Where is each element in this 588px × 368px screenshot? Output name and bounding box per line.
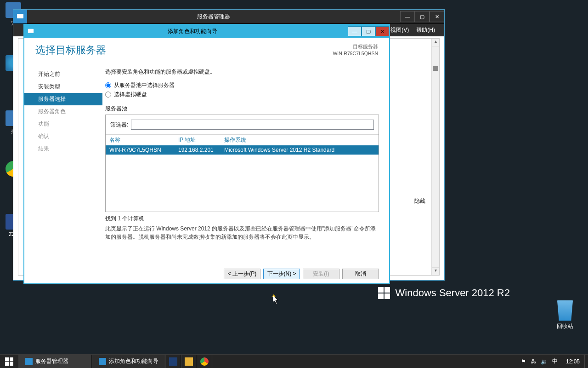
recycle-bin[interactable]: 回收站: [551, 300, 579, 330]
minimize-button[interactable]: —: [348, 26, 362, 36]
add-roles-wizard-window: 添加角色和功能向导 — ▢ ✕ 选择目标服务器 目标服务器 WIN-R79C7L…: [23, 24, 390, 284]
wizard-nav: 开始之前 安装类型 服务器选择 服务器角色 功能 确认 结果: [24, 68, 102, 266]
page-heading: 选择目标服务器: [35, 43, 106, 57]
chrome-icon: [200, 357, 209, 366]
nav-step-roles: 服务器角色: [24, 105, 102, 118]
taskbar-item-explorer[interactable]: [181, 355, 197, 368]
instruction-text: 选择要安装角色和功能的服务器或虚拟硬盘。: [105, 68, 379, 76]
wizard-footer: < 上一步(P) 下一步(N) > 安装(I) 取消: [24, 266, 389, 282]
table-header: 名称 IP 地址 操作系统: [106, 134, 379, 145]
server-pool-panel: 筛选器: 名称 IP 地址 操作系统 WIN-R79C7L5QHSN 192.1…: [105, 115, 379, 212]
nav-step-server-selection[interactable]: 服务器选择: [24, 93, 102, 105]
titlebar[interactable]: 添加角色和功能向导 — ▢ ✕: [24, 25, 389, 38]
menu-help[interactable]: 帮助(H): [416, 26, 435, 34]
taskbar: 服务器管理器 添加角色和功能向导 ⚑ 🖧 🔉 中 12:05: [0, 354, 588, 368]
system-tray[interactable]: ⚑ 🖧 🔉 中: [517, 355, 561, 368]
svg-rect-1: [28, 29, 34, 33]
install-button: 安装(I): [303, 269, 339, 279]
hide-link[interactable]: 隐藏: [414, 197, 425, 205]
powershell-icon: [169, 357, 177, 366]
titlebar[interactable]: 服务器管理器 — ▢ ✕: [13, 10, 444, 23]
col-ip[interactable]: IP 地址: [178, 136, 224, 144]
cancel-button[interactable]: 取消: [342, 269, 379, 279]
window-title: 添加角色和功能向导: [37, 28, 348, 35]
windows-logo-icon: [5, 357, 13, 366]
taskbar-clock[interactable]: 12:05: [561, 355, 584, 368]
window-title: 服务器管理器: [27, 13, 400, 21]
table-row[interactable]: WIN-R79C7L5QHSN 192.168.2.201 Microsoft …: [106, 145, 379, 155]
taskbar-item-wizard[interactable]: 添加角色和功能向导: [92, 355, 165, 368]
maximize-button[interactable]: ▢: [415, 11, 430, 22]
highlight-star-icon: ✦: [271, 293, 277, 300]
previous-button[interactable]: < 上一步(P): [224, 269, 260, 279]
folder-icon: [185, 357, 193, 366]
next-button[interactable]: 下一步(N) >: [263, 269, 300, 279]
taskbar-item-chrome[interactable]: [197, 355, 212, 368]
app-icon: [24, 25, 37, 38]
minimize-button[interactable]: —: [400, 11, 415, 22]
nav-step-before[interactable]: 开始之前: [24, 68, 102, 80]
maximize-button[interactable]: ▢: [362, 26, 375, 36]
radio-select-vhd[interactable]: 选择虚拟硬盘: [105, 91, 379, 98]
filter-label: 筛选器:: [110, 121, 128, 129]
col-name[interactable]: 名称: [109, 136, 178, 144]
network-icon[interactable]: 🖧: [531, 358, 536, 365]
app-icon: [13, 10, 27, 23]
bin-icon: [556, 300, 574, 321]
flag-icon[interactable]: ⚑: [521, 358, 526, 365]
close-button[interactable]: ✕: [430, 11, 444, 22]
menu-view[interactable]: 视图(V): [390, 26, 409, 34]
windows-watermark: Windows Server 2012 R2: [378, 287, 510, 299]
close-button[interactable]: ✕: [375, 26, 389, 36]
col-os[interactable]: 操作系统: [224, 136, 246, 144]
nav-step-features: 功能: [24, 118, 102, 130]
show-desktop-button[interactable]: [584, 355, 588, 368]
found-count: 找到 1 个计算机: [105, 215, 379, 223]
server-pool-label: 服务器池: [105, 105, 379, 113]
wizard-icon: [99, 358, 106, 365]
svg-rect-0: [17, 14, 23, 18]
scrollbar[interactable]: ▴▾: [431, 39, 439, 275]
start-button[interactable]: [0, 355, 18, 368]
windows-logo-icon: [378, 287, 390, 299]
taskbar-item-server-manager[interactable]: 服务器管理器: [18, 355, 92, 368]
nav-step-results: 结果: [24, 143, 102, 155]
sound-icon[interactable]: 🔉: [541, 358, 548, 365]
nav-step-type[interactable]: 安装类型: [24, 80, 102, 93]
target-server-info: 目标服务器 WIN-R79C7L5QHSN: [333, 43, 378, 57]
page-note: 此页显示了正在运行 Windows Server 2012 的服务器以及那些已经…: [105, 224, 379, 241]
radio-select-from-pool[interactable]: 从服务器池中选择服务器: [105, 81, 379, 89]
filter-input[interactable]: [131, 120, 374, 130]
taskbar-item-powershell[interactable]: [165, 355, 181, 368]
server-manager-icon: [25, 358, 33, 365]
ime-icon[interactable]: 中: [552, 357, 558, 365]
nav-step-confirm: 确认: [24, 130, 102, 143]
